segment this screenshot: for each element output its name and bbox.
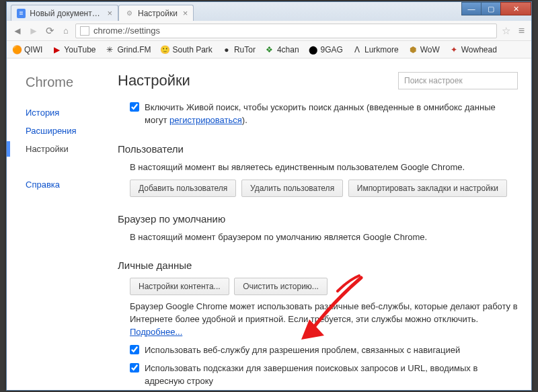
bookmark-favicon-icon: 🙂 xyxy=(161,45,170,54)
tab-settings[interactable]: ⚙ Настройки × xyxy=(118,5,194,21)
bookmark-item[interactable]: ✦Wowhead xyxy=(449,45,497,54)
brand-label: Chrome xyxy=(26,75,111,90)
bookmark-favicon-icon: ⬢ xyxy=(408,45,418,54)
tab-document[interactable]: ≡ Новый документ - G × xyxy=(11,5,118,21)
privacy-heading: Личные данные xyxy=(118,260,518,271)
bookmark-item[interactable]: ✳Grind.FM xyxy=(105,45,151,54)
bookmark-item[interactable]: ΛLurkmore xyxy=(352,45,399,54)
bookmarks-bar: 🟠QIWI▶YouTube✳Grind.FM🙂South Park●RuTor❖… xyxy=(7,41,531,58)
bookmark-favicon-icon: ⬤ xyxy=(309,45,318,54)
maximize-button[interactable]: ▢ xyxy=(481,2,501,15)
default-browser-heading: Браузер по умолчанию xyxy=(118,213,518,225)
bookmark-favicon-icon: Λ xyxy=(352,45,362,54)
delete-user-button[interactable]: Удалить пользователя xyxy=(241,180,343,197)
default-browser-desc: В настоящий момент браузером по умолчани… xyxy=(118,231,518,244)
forward-icon[interactable]: ► xyxy=(27,24,40,38)
tab-close-icon[interactable]: × xyxy=(183,8,188,18)
sidebar-item[interactable]: Настройки xyxy=(26,140,111,158)
sidebar: Chrome ИсторияРасширенияНастройкиСправка xyxy=(7,58,111,390)
close-window-button[interactable]: ✕ xyxy=(500,2,531,15)
bookmark-label: Lurkmore xyxy=(364,45,399,54)
nav-service-row: Использовать веб-службу для разрешения п… xyxy=(118,344,518,357)
bookmark-favicon-icon: ▶ xyxy=(52,45,61,54)
address-text: chrome://settings xyxy=(93,26,160,36)
clear-history-button[interactable]: Очистить историю... xyxy=(234,278,328,295)
bookmark-item[interactable]: ▶YouTube xyxy=(52,45,95,54)
bookmark-favicon-icon: ❖ xyxy=(265,45,274,54)
suggest-label: Использовать подсказки для завершения по… xyxy=(145,362,518,388)
tab-close-icon[interactable]: × xyxy=(107,8,112,18)
bookmark-item[interactable]: ●RuTor xyxy=(222,45,256,54)
bookmark-label: 4chan xyxy=(277,45,299,54)
home-icon[interactable]: ⌂ xyxy=(59,24,73,38)
live-search-row: Включить Живой поиск, чтобы ускорить пои… xyxy=(118,102,518,127)
tab-label: Новый документ - G xyxy=(30,9,102,18)
back-icon[interactable]: ◄ xyxy=(11,24,24,38)
bookmark-favicon-icon: ✳ xyxy=(105,45,114,54)
content-settings-button[interactable]: Настройки контента... xyxy=(130,278,229,295)
register-link[interactable]: регистрироваться xyxy=(169,115,242,125)
address-bar: ◄ ► ⟳ ⌂ chrome://settings ☆ ≡ xyxy=(7,21,531,41)
tab-strip: ≡ Новый документ - G × ⚙ Настройки × — ▢… xyxy=(7,2,531,21)
page-icon xyxy=(80,26,89,36)
bookmark-item[interactable]: 🟠QIWI xyxy=(12,45,42,54)
page-title: Настройки xyxy=(118,72,190,89)
bookmark-favicon-icon: ● xyxy=(222,45,231,54)
browser-window: ≡ Новый документ - G × ⚙ Настройки × — ▢… xyxy=(6,1,532,391)
privacy-desc: Браузер Google Chrome может использовать… xyxy=(118,301,518,339)
reload-icon[interactable]: ⟳ xyxy=(43,24,56,38)
bookmark-favicon-icon: 🟠 xyxy=(12,45,22,54)
default-browser-section: Браузер по умолчанию В настоящий момент … xyxy=(118,213,518,244)
bookmark-star-icon[interactable]: ☆ xyxy=(500,24,513,38)
users-desc: В настоящий момент вы являетесь единстве… xyxy=(118,161,518,174)
content-area: Chrome ИсторияРасширенияНастройкиСправка… xyxy=(7,58,531,390)
users-heading: Пользователи xyxy=(118,143,518,155)
sidebar-item[interactable]: История xyxy=(26,104,111,122)
nav-service-label: Использовать веб-службу для разрешения п… xyxy=(145,344,460,357)
settings-search-input[interactable]: Поиск настроек xyxy=(398,72,518,89)
gear-favicon-icon: ⚙ xyxy=(124,9,134,18)
import-bookmarks-button[interactable]: Импортировать закладки и настройки xyxy=(348,180,507,197)
bookmark-label: RuTor xyxy=(234,45,256,54)
bookmark-label: WoW xyxy=(420,45,440,54)
sidebar-item[interactable]: Расширения xyxy=(26,122,111,140)
bookmark-item[interactable]: 🙂South Park xyxy=(161,45,213,54)
search-placeholder: Поиск настроек xyxy=(404,76,463,85)
nav-service-checkbox[interactable] xyxy=(130,345,139,354)
bookmark-item[interactable]: ❖4chan xyxy=(265,45,299,54)
bookmark-label: YouTube xyxy=(64,45,95,54)
bookmark-label: South Park xyxy=(173,45,213,54)
learn-more-link[interactable]: Подробнее... xyxy=(130,327,182,337)
bookmark-item[interactable]: ⬢WoW xyxy=(408,45,440,54)
bookmark-label: Grind.FM xyxy=(117,45,151,54)
bookmark-item[interactable]: ⬤9GAG xyxy=(309,45,343,54)
bookmark-label: 9GAG xyxy=(321,45,343,54)
doc-favicon-icon: ≡ xyxy=(17,9,26,18)
bookmark-label: QIWI xyxy=(24,45,42,54)
bookmark-label: Wowhead xyxy=(461,45,497,54)
main-panel: Настройки Поиск настроек Включить Живой … xyxy=(111,58,531,390)
menu-icon[interactable]: ≡ xyxy=(516,25,527,37)
suggest-row: Использовать подсказки для завершения по… xyxy=(118,362,518,388)
live-search-text: Включить Живой поиск, чтобы ускорить пои… xyxy=(145,102,518,127)
suggest-checkbox[interactable] xyxy=(130,363,139,373)
live-search-checkbox[interactable] xyxy=(130,102,139,112)
users-section: Пользователи В настоящий момент вы являе… xyxy=(118,143,518,197)
add-user-button[interactable]: Добавить пользователя xyxy=(130,180,236,197)
bookmark-favicon-icon: ✦ xyxy=(449,45,459,54)
tab-label: Настройки xyxy=(138,9,178,18)
privacy-section: Личные данные Настройки контента... Очис… xyxy=(118,260,518,387)
sidebar-item[interactable]: Справка xyxy=(26,175,111,194)
omnibox[interactable]: chrome://settings xyxy=(75,24,497,38)
minimize-button[interactable]: — xyxy=(461,2,482,15)
page-header: Настройки Поиск настроек xyxy=(118,72,518,89)
window-controls: — ▢ ✕ xyxy=(462,2,531,15)
